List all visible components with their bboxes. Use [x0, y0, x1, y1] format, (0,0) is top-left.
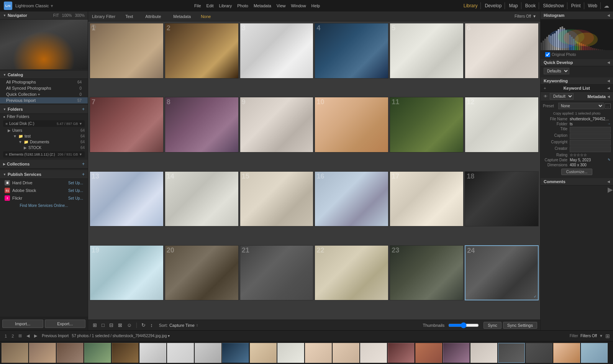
filmstrip-thumb-5[interactable]: [112, 343, 139, 363]
filmstrip-thumb-3[interactable]: [57, 343, 84, 363]
filmstrip-thumb-8[interactable]: [195, 343, 221, 363]
grid-cell-18[interactable]: 18: [465, 171, 539, 227]
service-hard-drive[interactable]: 🖥 Hard Drive Set Up...: [0, 179, 88, 187]
filter-metadata-tab[interactable]: Metadata: [171, 13, 193, 20]
filter-none[interactable]: None: [201, 14, 211, 19]
filmstrip-thumb-14[interactable]: [360, 343, 387, 363]
rotation-icon[interactable]: ↻: [140, 321, 147, 329]
people-view-icon[interactable]: ☺: [125, 321, 133, 329]
filmstrip-thumb-13[interactable]: [333, 343, 359, 363]
folder-test[interactable]: ▼ 📁 test 64: [0, 133, 88, 139]
filter-off-toggle[interactable]: Filters Off ▼: [515, 14, 536, 18]
sort-value[interactable]: Capture Time: [169, 323, 195, 328]
grid-cell-15[interactable]: 15: [240, 171, 314, 227]
filmstrip-thumb-9[interactable]: [222, 343, 249, 363]
service-adobe-stock[interactable]: S1 Adobe Stock Set Up...: [0, 187, 88, 194]
filmstrip-thumb-15[interactable]: [388, 343, 415, 363]
filmstrip-expand-icon[interactable]: ⊞: [605, 333, 610, 339]
grid-cell-24[interactable]: 24 ✓: [465, 245, 539, 301]
filmstrip-thumb-12[interactable]: [305, 343, 332, 363]
grid-cell-1[interactable]: 1: [90, 23, 164, 79]
filter-folders[interactable]: ● Filter Folders: [0, 114, 88, 120]
filmstrip-thumb-21[interactable]: [553, 343, 580, 363]
menu-library[interactable]: Library: [219, 3, 232, 8]
survey-view-icon[interactable]: ⊠: [116, 321, 124, 329]
filmstrip-thumb-7[interactable]: [167, 343, 194, 363]
keywording-header[interactable]: Keywording ◀: [541, 77, 613, 85]
module-library[interactable]: Library: [461, 2, 481, 9]
menu-help[interactable]: Help: [311, 3, 320, 8]
copyright-input[interactable]: [570, 140, 611, 146]
sync-button[interactable]: Sync: [484, 322, 501, 329]
grid-cell-4[interactable]: 4: [315, 23, 388, 79]
preset-select[interactable]: Defaults: [544, 68, 569, 74]
module-print[interactable]: Print: [568, 2, 584, 9]
filmstrip-2-btn[interactable]: 2: [10, 333, 15, 339]
filmstrip-thumb-selected[interactable]: [498, 343, 525, 363]
nav-100[interactable]: 100%: [62, 13, 72, 18]
grid-cell-5[interactable]: 5: [390, 23, 464, 79]
filmstrip-thumb-4[interactable]: [84, 343, 111, 363]
import-button[interactable]: Import...: [2, 320, 43, 328]
customize-button[interactable]: Customize...: [561, 169, 593, 175]
nav-fit[interactable]: FIT: [53, 13, 59, 18]
find-more-services[interactable]: Find More Services Online...: [0, 202, 88, 209]
grid-cell-17[interactable]: 17: [390, 171, 464, 227]
menu-metadata[interactable]: Metadata: [254, 3, 271, 8]
folder-users[interactable]: ▶ Users 64: [0, 128, 88, 133]
date-edit-icon[interactable]: ✎: [608, 158, 611, 162]
module-book[interactable]: Book: [522, 2, 539, 9]
metadata-preset-select[interactable]: None: [558, 103, 604, 109]
collections-header[interactable]: ▶ Collections +: [0, 160, 88, 169]
right-panel-collapse[interactable]: ▶: [541, 185, 613, 193]
catalog-all-photographs[interactable]: All Photographs64: [0, 79, 88, 85]
menu-photo[interactable]: Photo: [237, 3, 248, 8]
folder-stock[interactable]: ▶ STOCK 64: [0, 145, 88, 151]
filmstrip-thumb-18[interactable]: [470, 343, 497, 363]
filmstrip-1-btn[interactable]: 1: [3, 333, 8, 339]
caption-input[interactable]: [570, 133, 611, 139]
filter-attribute-tab[interactable]: Attribute: [143, 13, 163, 20]
collections-add[interactable]: +: [82, 161, 85, 167]
navigator-header[interactable]: ▼ Navigator FIT 100% 300%: [0, 11, 88, 20]
filmstrip-prev-btn[interactable]: ◀: [25, 333, 31, 339]
module-develop[interactable]: Develop: [482, 2, 505, 9]
module-map[interactable]: Map: [506, 2, 521, 9]
folder-arrow-icon[interactable]: →: [607, 122, 611, 126]
grid-cell-20[interactable]: 20: [165, 245, 239, 301]
grid-cell-16[interactable]: 16: [315, 171, 388, 227]
metadata-header[interactable]: 👁 Default Metadata ◀: [541, 92, 613, 101]
grid-cell-14[interactable]: 14: [165, 171, 239, 227]
metadata-mode-select[interactable]: Default: [550, 93, 574, 100]
folders-header[interactable]: ▼ Folders +: [0, 105, 88, 114]
folder-documents[interactable]: ▼ 📁 Documents 64: [0, 139, 88, 145]
grid-cell-8[interactable]: 8: [165, 97, 239, 152]
catalog-header[interactable]: ▼ Catalog: [0, 71, 88, 79]
filmstrip-filters-arrow[interactable]: ▼: [599, 334, 603, 338]
sync-settings-button[interactable]: Sync Settings: [503, 322, 537, 329]
keyword-list-header[interactable]: + Keyword List ◀: [541, 85, 613, 92]
metadata-edit-button[interactable]: ...: [605, 103, 611, 109]
filmstrip-thumb-1[interactable]: [2, 343, 28, 363]
filmstrip-next-btn[interactable]: ▶: [33, 333, 39, 339]
grid-cell-11[interactable]: 11: [390, 97, 464, 152]
grid-cell-6[interactable]: 6: [465, 23, 539, 79]
grid-cell-10[interactable]: 10: [315, 97, 388, 152]
filmstrip-thumb-10[interactable]: [250, 343, 277, 363]
publish-header[interactable]: ▼ Publish Services +: [0, 170, 88, 179]
grid-cell-7[interactable]: 7: [90, 97, 164, 152]
quick-develop-header[interactable]: Quick Develop ◀: [541, 59, 613, 66]
module-web[interactable]: Web: [585, 2, 601, 9]
nav-300[interactable]: 300%: [75, 13, 85, 18]
module-slideshow[interactable]: Slideshow: [540, 2, 567, 9]
network-disk[interactable]: ■ Elements (\\192.168.1.11) (Z:) 206 / 9…: [3, 151, 85, 157]
sort-icon[interactable]: ↕: [149, 321, 154, 329]
grid-cell-19[interactable]: 19: [90, 245, 164, 301]
grid-cell-22[interactable]: 22: [315, 245, 388, 301]
grid-view-icon[interactable]: ⊞: [91, 321, 98, 329]
menu-edit[interactable]: Edit: [207, 3, 214, 8]
publish-add[interactable]: +: [82, 172, 85, 177]
grid-cell-2[interactable]: 2: [165, 23, 239, 79]
catalog-previous-import[interactable]: Previous Import57: [0, 97, 88, 103]
filmstrip-grid-btn[interactable]: ⊞: [17, 333, 23, 339]
